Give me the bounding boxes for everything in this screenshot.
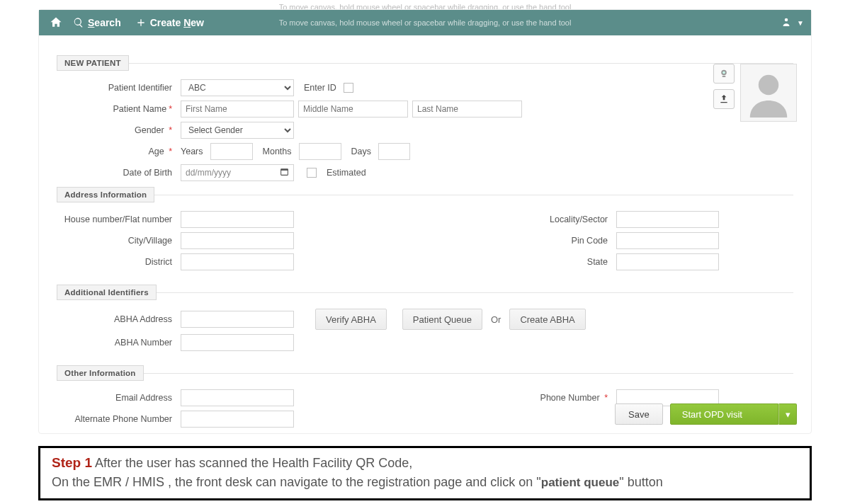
last-name-input[interactable]: [412, 101, 522, 118]
new-patient-legend: NEW PATIENT: [57, 55, 129, 71]
canvas-helper: To move canvas, hold mouse wheel or spac…: [279, 18, 572, 27]
home-icon[interactable]: [46, 13, 66, 33]
svg-rect-6: [281, 169, 288, 171]
search-nav[interactable]: Search: [66, 17, 128, 28]
alt-phone-input[interactable]: [181, 411, 294, 428]
abha-number-input[interactable]: [181, 334, 294, 351]
months-label: Months: [257, 147, 295, 156]
user-menu-icon[interactable]: [780, 16, 793, 30]
search-icon: [73, 17, 84, 28]
estimated-label: Estimated: [321, 168, 369, 178]
plus-icon: [135, 17, 147, 28]
patient-queue-button[interactable]: Patient Queue: [402, 309, 482, 330]
abha-number-label: ABHA Number: [57, 338, 181, 348]
step-label: Step 1: [52, 455, 92, 470]
years-label: Years: [181, 147, 206, 156]
search-label: Search: [88, 17, 121, 28]
dob-estimated-checkbox[interactable]: [307, 168, 317, 178]
gender-select[interactable]: Select Gender: [181, 122, 294, 139]
required-marker: *: [166, 104, 172, 114]
verify-abha-button[interactable]: Verify ABHA: [315, 309, 387, 330]
calendar-icon: [280, 167, 289, 178]
first-name-input[interactable]: [181, 101, 294, 118]
additional-ids-section: Additional Identifiers ABHA Address Veri…: [57, 285, 793, 360]
dob-placeholder: dd/mm/yyyy: [186, 168, 231, 178]
other-info-legend: Other Information: [57, 365, 144, 381]
abha-address-label: ABHA Address: [57, 314, 181, 324]
email-input[interactable]: [181, 389, 294, 406]
address-legend: Address Information: [57, 187, 154, 202]
city-label: City/Village: [57, 236, 181, 246]
instruction-patient-queue: patient queue: [541, 476, 620, 489]
alt-phone-label: Alternate Phone Number: [57, 414, 181, 424]
pincode-input[interactable]: [616, 232, 719, 249]
age-months-input[interactable]: [299, 143, 341, 160]
email-label: Email Address: [57, 393, 181, 403]
district-input[interactable]: [181, 253, 294, 270]
house-no-input[interactable]: [181, 211, 294, 228]
start-opd-button[interactable]: Start OPD visit: [670, 403, 778, 425]
locality-input[interactable]: [616, 211, 719, 228]
gender-label: Gender: [135, 125, 164, 135]
new-patient-section: NEW PATIENT Patient Identifier ABC Enter…: [57, 55, 793, 440]
patient-identifier-label: Patient Identifier: [57, 83, 181, 93]
middle-name-input[interactable]: [298, 101, 408, 118]
dob-label: Date of Birth: [57, 168, 181, 178]
state-label: State: [425, 257, 616, 267]
dob-input[interactable]: dd/mm/yyyy: [181, 164, 294, 181]
instruction-box: Step 1 After the user has scanned the He…: [38, 446, 812, 500]
locality-label: Locality/Sector: [425, 214, 616, 224]
patient-name-label: Patient Name: [113, 104, 166, 114]
age-label: Age: [148, 147, 164, 156]
svg-point-0: [785, 18, 788, 21]
instruction-line2a: On the EMR / HMIS , the front desk can n…: [52, 475, 541, 489]
enter-id-label: Enter ID: [298, 83, 339, 93]
user-menu-caret[interactable]: ▼: [797, 19, 804, 27]
phone-label: Phone Number: [540, 393, 600, 403]
top-nav-bar: Search Create New To move canvas, hold m…: [39, 10, 811, 35]
instruction-line2b: " button: [619, 475, 662, 489]
district-label: District: [57, 257, 181, 267]
days-label: Days: [346, 147, 374, 156]
age-days-input[interactable]: [378, 143, 410, 160]
save-button[interactable]: Save: [615, 403, 663, 425]
footer-actions: Save Start OPD visit ▾: [615, 403, 797, 425]
create-abha-button[interactable]: Create ABHA: [509, 309, 585, 330]
identifier-type-select[interactable]: ABC: [181, 79, 294, 96]
start-opd-caret[interactable]: ▾: [778, 403, 797, 425]
create-new-label: Create New: [150, 17, 204, 28]
or-text: Or: [487, 314, 505, 325]
enter-id-checkbox[interactable]: [344, 83, 353, 93]
abha-address-input[interactable]: [181, 311, 294, 328]
age-years-input[interactable]: [210, 143, 253, 160]
instruction-line1: After the user has scanned the Health Fa…: [95, 456, 412, 470]
other-info-section: Other Information Email Address Alternat…: [57, 365, 793, 436]
additional-ids-legend: Additional Identifiers: [57, 285, 157, 300]
house-no-label: House number/Flat number: [57, 214, 181, 224]
app-window: Search Create New To move canvas, hold m…: [38, 9, 812, 434]
address-section: Address Information House number/Flat nu…: [57, 187, 793, 279]
city-input[interactable]: [181, 232, 294, 249]
state-input[interactable]: [616, 253, 719, 270]
pincode-label: Pin Code: [425, 236, 616, 246]
create-new-nav[interactable]: Create New: [128, 17, 211, 28]
